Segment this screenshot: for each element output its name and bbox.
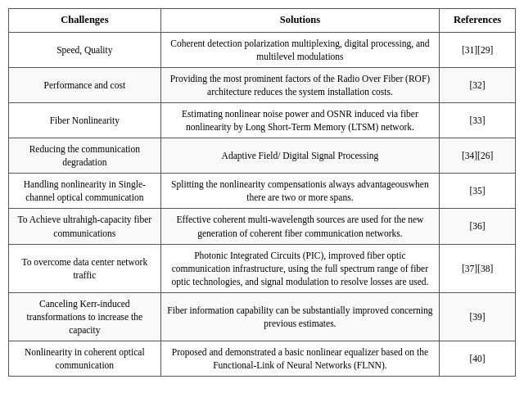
cell-challenge: Canceling Kerr-induced transformations t… — [9, 292, 161, 341]
cell-solution: Adaptive Field/ Digital Signal Processin… — [160, 138, 439, 174]
table-row: Reducing the communication degradationAd… — [9, 138, 516, 174]
table-row: Canceling Kerr-induced transformations t… — [9, 292, 516, 341]
cell-challenge: Handling nonlinearity in Single-channel … — [9, 174, 161, 209]
table-row: To overcome data center network trafficP… — [9, 244, 516, 292]
table-row: To Achieve ultrahigh-capacity fiber comm… — [9, 209, 516, 244]
main-table: Challenges Solutions References Speed, Q… — [8, 8, 516, 377]
cell-challenge: To overcome data center network traffic — [9, 244, 161, 292]
header-solutions: Solutions — [160, 9, 439, 33]
cell-references: [34][26] — [440, 138, 516, 174]
cell-challenge: To Achieve ultrahigh-capacity fiber comm… — [9, 209, 161, 244]
cell-challenge: Performance and cost — [9, 67, 161, 102]
table-row: Nonlinearity in coherent optical communi… — [9, 341, 516, 377]
cell-references: [36] — [440, 209, 516, 244]
cell-solution: Effective coherent multi-wavelength sour… — [160, 209, 439, 244]
cell-references: [31][29] — [440, 32, 516, 67]
table-row: Handling nonlinearity in Single-channel … — [9, 174, 516, 209]
cell-challenge: Fiber Nonlinearity — [9, 102, 161, 138]
cell-challenge: Speed, Quality — [9, 32, 161, 67]
cell-solution: Coherent detection polarization multiple… — [160, 32, 439, 67]
header-references: References — [440, 9, 516, 33]
cell-challenge: Nonlinearity in coherent optical communi… — [9, 341, 161, 377]
cell-solution: Photonic Integrated Circuits (PIC), impr… — [160, 244, 439, 292]
cell-solution: Proposed and demonstrated a basic nonlin… — [160, 341, 439, 377]
cell-references: [40] — [440, 341, 516, 377]
header-challenges: Challenges — [9, 9, 161, 33]
table-row: Performance and costProviding the most p… — [9, 67, 516, 102]
table-row: Fiber NonlinearityEstimating nonlinear n… — [9, 102, 516, 138]
cell-references: [39] — [440, 292, 516, 341]
cell-references: [33] — [440, 102, 516, 138]
cell-solution: Providing the most prominent factors of … — [160, 67, 439, 102]
cell-solution: Estimating nonlinear noise power and OSN… — [160, 102, 439, 138]
cell-references: [37][38] — [440, 244, 516, 292]
cell-solution: Fiber information capability can be subs… — [160, 292, 439, 341]
cell-challenge: Reducing the communication degradation — [9, 138, 161, 174]
table-row: Speed, QualityCoherent detection polariz… — [9, 32, 516, 67]
cell-references: [35] — [440, 174, 516, 209]
cell-references: [32] — [440, 67, 516, 102]
cell-solution: Splitting the nonlinearity compensationi… — [160, 174, 439, 209]
